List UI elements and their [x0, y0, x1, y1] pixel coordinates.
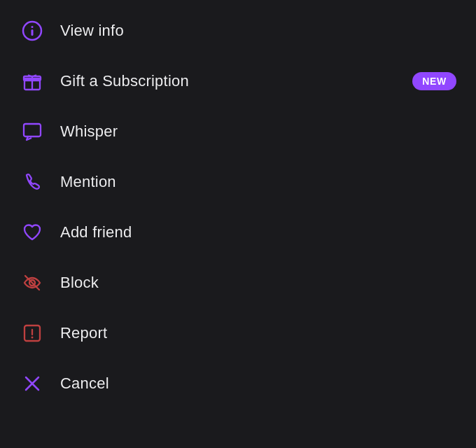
chat-icon — [20, 119, 45, 144]
menu-item-add-friend[interactable]: Add friend — [0, 207, 476, 258]
menu-label-block: Block — [60, 274, 99, 292]
new-badge: NEW — [412, 72, 456, 90]
menu-label-whisper: Whisper — [60, 122, 118, 141]
menu-item-gift-subscription[interactable]: Gift a Subscription NEW — [0, 56, 476, 106]
svg-rect-2 — [31, 29, 34, 36]
phone-icon — [20, 169, 45, 195]
menu-item-block[interactable]: Block — [0, 258, 476, 308]
report-icon — [20, 321, 45, 346]
menu-label-gift-subscription: Gift a Subscription — [60, 72, 189, 90]
menu-item-view-info[interactable]: View info — [0, 6, 476, 56]
info-icon — [20, 18, 45, 43]
context-menu: View info Gift a Subscription NEW — [0, 0, 476, 414]
menu-item-whisper[interactable]: Whisper — [0, 106, 476, 157]
block-icon — [20, 270, 45, 295]
menu-item-mention[interactable]: Mention — [0, 157, 476, 207]
menu-label-mention: Mention — [60, 173, 116, 191]
heart-icon — [20, 220, 45, 245]
menu-label-report: Report — [60, 324, 107, 342]
menu-label-cancel: Cancel — [60, 374, 109, 393]
x-icon — [20, 371, 45, 396]
svg-rect-7 — [24, 124, 41, 136]
menu-label-add-friend: Add friend — [60, 223, 132, 241]
menu-label-view-info: View info — [60, 22, 124, 40]
gift-icon — [20, 69, 45, 94]
svg-point-1 — [31, 26, 34, 28]
svg-point-12 — [31, 337, 34, 339]
menu-item-cancel[interactable]: Cancel — [0, 358, 476, 409]
menu-item-report[interactable]: Report — [0, 308, 476, 358]
